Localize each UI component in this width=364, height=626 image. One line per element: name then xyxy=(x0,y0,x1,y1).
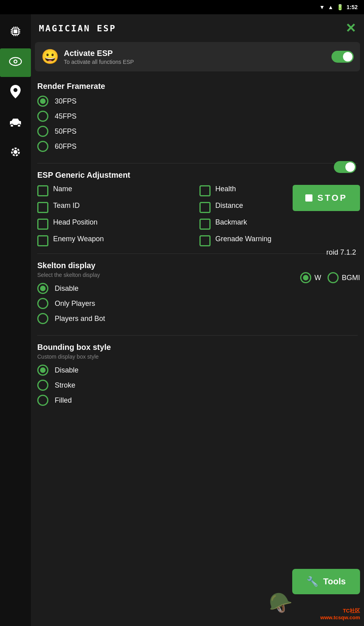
header: MAGICIAN ESP ✕ xyxy=(31,14,364,42)
floating-toggle-switch[interactable] xyxy=(334,161,356,173)
watermark-line1: TC社区 xyxy=(320,607,360,614)
radio-30fps[interactable]: 30FPS xyxy=(37,96,358,107)
skelton-section: Skelton display Select the skelton displ… xyxy=(31,257,364,332)
processor-icon xyxy=(9,25,22,40)
svg-rect-1 xyxy=(13,29,17,33)
activate-text-block: Activate ESP To activate all functions E… xyxy=(64,49,134,65)
svg-point-19 xyxy=(10,124,13,127)
radio-skelton-disable[interactable]: Disable xyxy=(37,283,358,294)
sidebar-item-location[interactable] xyxy=(0,79,31,107)
checkbox-enemyweapon[interactable]: Enemy Weapon xyxy=(37,234,195,246)
radio-label-skelton-playersandbot: Players and Bot xyxy=(55,315,105,323)
radio-circle-bbox-stroke xyxy=(37,380,48,391)
checkbox-label-enemyweapon: Enemy Weapon xyxy=(53,234,104,244)
divider-2 xyxy=(37,253,358,254)
radio-circle-skelton-onlyplayers xyxy=(37,298,48,309)
activate-emoji: 😀 xyxy=(41,48,59,65)
sidebar-item-processor[interactable] xyxy=(0,18,31,47)
checkbox-label-backmark: Backmark xyxy=(215,218,247,227)
activate-subtitle: To activate all functions ESP xyxy=(64,59,134,65)
status-bar: ▼ ▲ 🔋 1:52 xyxy=(0,0,364,14)
car-icon xyxy=(8,117,23,129)
checkbox-box-grenadewarning xyxy=(199,235,211,246)
radio-skelton-onlyplayers[interactable]: Only Players xyxy=(37,298,358,309)
activate-toggle[interactable] xyxy=(331,51,354,63)
radio-bbox-filled[interactable]: Filled xyxy=(37,395,358,406)
radio-circle-game-bgmi xyxy=(328,272,339,283)
radio-circle-skelton-disable xyxy=(37,283,48,294)
checkbox-name[interactable]: Name xyxy=(37,184,195,196)
main-content: MAGICIAN ESP ✕ 😀 Activate ESP To activat… xyxy=(31,14,364,626)
radio-circle-45fps xyxy=(37,111,48,122)
radio-label-60fps: 60FPS xyxy=(55,142,77,151)
bounding-box-subtitle: Custom display box style xyxy=(37,353,358,360)
sidebar xyxy=(0,14,31,626)
radio-label-45fps: 45FPS xyxy=(55,112,77,121)
radio-label-skelton-onlyplayers: Only Players xyxy=(55,300,95,308)
svg-point-17 xyxy=(13,88,17,92)
wifi-icon: ▼ xyxy=(319,4,325,10)
activate-left: 😀 Activate ESP To activate all functions… xyxy=(41,48,134,65)
tools-label: Tools xyxy=(323,576,346,587)
app-title: MAGICIAN ESP xyxy=(39,23,116,33)
game-option-bgmi[interactable]: BGMI xyxy=(328,272,360,283)
eye-icon xyxy=(9,56,22,69)
checkbox-headposition[interactable]: Head Position xyxy=(37,218,195,230)
radio-circle-30fps xyxy=(37,96,48,107)
game-option-w[interactable]: W xyxy=(300,272,321,283)
radio-60fps[interactable]: 60FPS xyxy=(37,141,358,152)
divider-3 xyxy=(37,335,358,336)
radio-label-bbox-disable: Disable xyxy=(55,366,79,374)
battery-icon: 🔋 xyxy=(337,4,343,10)
checkbox-label-health: Health xyxy=(215,184,236,194)
stop-label: STOP xyxy=(317,193,347,203)
tools-button[interactable]: 🔧 Tools xyxy=(292,569,360,594)
bounding-box-section: Bounding box style Custom display box st… xyxy=(31,339,364,414)
checkbox-backmark[interactable]: Backmark xyxy=(199,218,358,230)
checkbox-label-headposition: Head Position xyxy=(53,218,98,227)
render-framerate-section: Render Framerate 30FPS 45FPS 50FPS 60FPS xyxy=(31,78,364,160)
close-button[interactable]: ✕ xyxy=(345,21,356,36)
checkbox-box-enemyweapon xyxy=(37,235,48,246)
radio-45fps[interactable]: 45FPS xyxy=(37,111,358,122)
activate-title: Activate ESP xyxy=(64,49,134,58)
signal-icon: ▲ xyxy=(328,4,333,10)
time-display: 1:52 xyxy=(347,4,358,10)
sidebar-item-vehicle[interactable] xyxy=(0,109,31,137)
status-icons: ▼ ▲ 🔋 1:52 xyxy=(319,4,358,10)
checkbox-box-name xyxy=(37,185,48,196)
app-container: MAGICIAN ESP ✕ 😀 Activate ESP To activat… xyxy=(0,14,364,626)
checkbox-box-distance xyxy=(199,202,211,213)
android-version: roid 7.1.2 xyxy=(326,248,356,257)
gear-icon xyxy=(9,146,22,161)
checkbox-grenadewarning[interactable]: Grenade Warning xyxy=(199,234,358,246)
activate-card: 😀 Activate ESP To activate all functions… xyxy=(35,42,360,71)
radio-bbox-disable[interactable]: Disable xyxy=(37,365,358,376)
checkbox-box-teamid xyxy=(37,202,48,213)
floating-toggle[interactable] xyxy=(334,161,356,173)
checkbox-box-health xyxy=(199,185,211,196)
game-label-w: W xyxy=(314,274,321,282)
radio-label-bbox-stroke: Stroke xyxy=(55,381,75,390)
bounding-box-title: Bounding box style xyxy=(37,343,358,352)
radio-skelton-playersandbot[interactable]: Players and Bot xyxy=(37,313,358,324)
character-badge: 🪖 xyxy=(269,592,293,614)
game-label-bgmi: BGMI xyxy=(342,274,360,282)
tools-icon: 🔧 xyxy=(307,576,318,587)
radio-label-50fps: 50FPS xyxy=(55,127,77,136)
radio-label-30fps: 30FPS xyxy=(55,97,77,106)
checkbox-label-distance: Distance xyxy=(215,201,243,210)
radio-50fps[interactable]: 50FPS xyxy=(37,126,358,137)
stop-button[interactable]: STOP xyxy=(293,185,360,211)
svg-point-20 xyxy=(17,124,21,127)
sidebar-item-esp[interactable] xyxy=(0,48,31,77)
radio-bbox-stroke[interactable]: Stroke xyxy=(37,380,358,391)
checkbox-box-headposition xyxy=(37,219,48,230)
checkbox-teamid[interactable]: Team ID xyxy=(37,201,195,213)
watermark-line2: www.tcsqw.com xyxy=(320,614,360,620)
checkbox-box-backmark xyxy=(199,219,211,230)
sidebar-item-settings[interactable] xyxy=(0,139,31,167)
radio-label-skelton-disable: Disable xyxy=(55,284,79,293)
checkbox-label-name: Name xyxy=(53,184,72,194)
svg-point-16 xyxy=(15,61,17,63)
